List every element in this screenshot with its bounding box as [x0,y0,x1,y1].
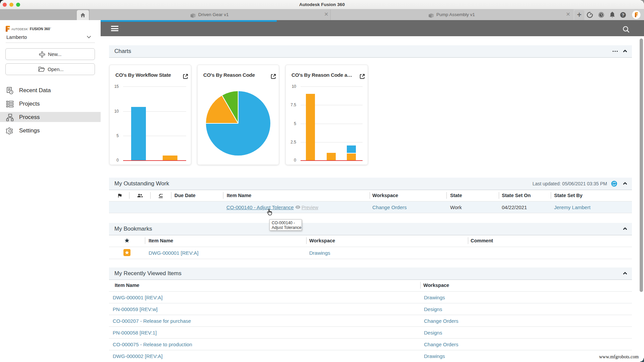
svg-text:?: ? [622,12,625,17]
